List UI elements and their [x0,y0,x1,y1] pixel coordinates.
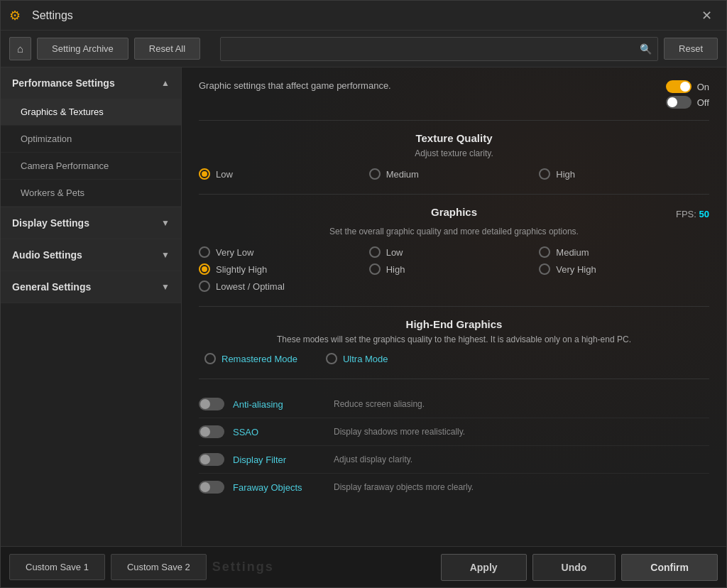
sidebar-item-optimization[interactable]: Optimization [1,126,181,153]
sidebar-section-audio: Audio Settings ▼ [1,239,181,271]
chevron-down-icon-general: ▼ [161,282,170,292]
graphics-medium-radio[interactable] [539,246,550,258]
sidebar-general-label: General Settings [12,281,91,293]
sidebar-header-audio[interactable]: Audio Settings ▼ [1,239,181,271]
graphics-slightly-high-radio[interactable] [199,263,210,275]
toggle-group: On Off [666,80,709,109]
reset-button[interactable]: Reset [664,38,718,60]
reset-all-button[interactable]: Reset All [134,38,200,60]
texture-quality-title: Texture Quality [199,132,709,144]
graphics-high-option[interactable]: High [369,263,540,275]
footer: Custom Save 1 Custom Save 2 Settings App… [1,546,726,587]
graphics-subtitle: Set the overall graphic quality and more… [199,227,709,236]
sidebar-section-display: Display Settings ▼ [1,207,181,239]
on-toggle[interactable] [666,80,692,93]
off-toggle[interactable] [666,96,692,109]
texture-medium-option[interactable]: Medium [369,168,540,180]
sidebar-item-workers-pets[interactable]: Workers & Pets [1,180,181,207]
remastered-mode-radio[interactable] [204,353,216,364]
ssao-row: SSAO Display shadows more realistically. [199,418,709,446]
texture-high-radio[interactable] [539,168,550,180]
sidebar-item-camera-performance[interactable]: Camera Performance [1,153,181,180]
texture-low-radio[interactable] [199,168,210,180]
ssao-desc: Display shadows more realistically. [334,427,465,437]
title-bar: ⚙ Settings ✕ [1,1,726,31]
search-input[interactable] [226,43,640,54]
texture-medium-radio[interactable] [369,168,381,180]
footer-spacer: Settings [212,560,435,575]
graphics-medium-label: Medium [556,247,589,258]
window-title: Settings [32,9,696,22]
anti-aliasing-row: Anti-aliasing Reduce screen aliasing. [199,391,709,418]
sidebar-display-label: Display Settings [12,217,89,229]
confirm-button[interactable]: Confirm [621,554,718,581]
graphics-very-high-option[interactable]: Very High [539,263,709,275]
ultra-mode-label: Ultra Mode [343,354,388,364]
display-filter-desc: Adjust display clarity. [334,454,412,464]
fps-text: FPS: [676,209,696,219]
graphics-header-row: Graphics FPS: 50 [199,206,709,222]
ultra-mode-radio[interactable] [326,353,337,364]
search-container: 🔍 [220,37,658,61]
graphics-lowest-optimal-label: Lowest / Optimal [216,281,285,292]
ssao-name: SSAO [233,427,325,437]
ultra-mode-option[interactable]: Ultra Mode [326,353,388,364]
graphics-very-low-option[interactable]: Very Low [199,246,369,258]
faraway-objects-name: Faraway Objects [233,482,325,493]
sidebar-header-display[interactable]: Display Settings ▼ [1,207,181,239]
graphics-options: Very Low Low Medium Slightly High [199,246,709,292]
texture-quality-options: Low Medium High [199,168,709,180]
fps-value: 50 [699,209,709,219]
sidebar-section-performance: Performance Settings ▲ Graphics & Textur… [1,67,181,207]
chevron-down-icon-audio: ▼ [161,250,170,260]
texture-high-label: High [556,169,575,180]
graphics-low-radio[interactable] [369,246,381,258]
graphics-lowest-optimal-radio[interactable] [199,281,210,292]
sidebar-performance-label: Performance Settings [12,77,115,89]
sidebar-header-general[interactable]: General Settings ▼ [1,271,181,303]
on-toggle-row: On [666,80,709,93]
anti-aliasing-toggle[interactable] [199,398,224,410]
ssao-toggle[interactable] [199,425,224,438]
graphics-high-radio[interactable] [369,263,381,275]
main-area: Performance Settings ▲ Graphics & Textur… [1,67,726,546]
fps-display: FPS: 50 [676,209,709,219]
faraway-objects-row: Faraway Objects Display faraway objects … [199,474,709,501]
settings-window: ⚙ Settings ✕ ⌂ Setting Archive Reset All… [0,0,727,588]
texture-quality-section: Texture Quality Adjust texture clarity. … [199,120,709,180]
graphics-medium-option[interactable]: Medium [539,246,709,258]
graphics-slightly-high-option[interactable]: Slightly High [199,263,369,275]
description-text: Graphic settings that affect game perfor… [199,80,391,91]
graphics-low-option[interactable]: Low [369,246,540,258]
graphics-high-label: High [386,264,405,275]
setting-archive-button[interactable]: Setting Archive [37,38,129,60]
faraway-objects-toggle[interactable] [199,481,224,494]
graphics-very-high-radio[interactable] [539,263,550,275]
texture-low-option[interactable]: Low [199,168,369,180]
display-filter-toggle[interactable] [199,453,224,466]
high-end-options: Remastered Mode Ultra Mode [199,353,709,364]
graphics-very-low-radio[interactable] [199,246,210,258]
graphics-very-low-label: Very Low [216,247,253,258]
close-button[interactable]: ✕ [696,5,718,26]
anti-aliasing-desc: Reduce screen aliasing. [334,399,425,409]
custom-save-1-button[interactable]: Custom Save 1 [9,554,105,580]
custom-save-2-button[interactable]: Custom Save 2 [111,554,207,580]
texture-high-option[interactable]: High [539,168,709,180]
high-end-title: High-End Graphics [199,318,709,330]
undo-button[interactable]: Undo [532,554,616,581]
remastered-mode-option[interactable]: Remastered Mode [204,353,297,364]
sidebar-item-graphics-textures[interactable]: Graphics & Textures [1,99,181,126]
apply-button[interactable]: Apply [441,554,527,581]
settings-watermark: Settings [212,560,274,574]
home-button[interactable]: ⌂ [9,37,31,60]
sidebar-section-general: General Settings ▼ [1,271,181,303]
display-filter-row: Display Filter Adjust display clarity. [199,446,709,474]
anti-aliasing-name: Anti-aliasing [233,399,325,410]
chevron-up-icon: ▲ [161,78,170,88]
graphics-lowest-optimal-option[interactable]: Lowest / Optimal [199,281,369,292]
sidebar-header-performance[interactable]: Performance Settings ▲ [1,67,181,99]
sidebar: Performance Settings ▲ Graphics & Textur… [1,67,182,546]
high-end-section: High-End Graphics These modes will set t… [199,306,709,364]
off-toggle-row: Off [666,96,709,109]
